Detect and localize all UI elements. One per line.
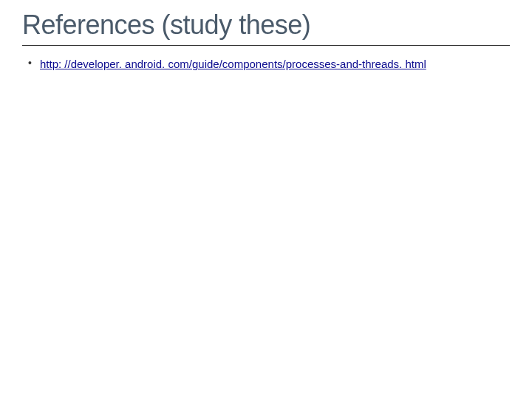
slide-container: References (study these) http: //develop… [0,0,532,399]
bullet-list: http: //developer. android. com/guide/co… [22,56,510,72]
title-underline [22,45,510,46]
list-item: http: //developer. android. com/guide/co… [40,56,510,72]
reference-link[interactable]: http: //developer. android. com/guide/co… [40,58,426,70]
slide-title: References (study these) [22,9,510,41]
